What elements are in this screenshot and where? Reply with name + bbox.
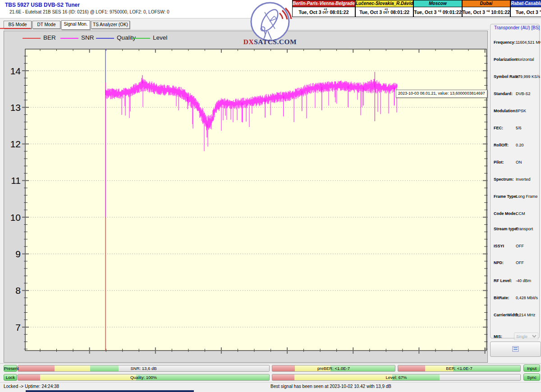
field-label: Polarization:: [494, 57, 518, 62]
clock-4: DubaiTue, Oct 3+410:01:22: [462, 0, 510, 19]
transponder-groupbox: Transponder (AU) [BS] Frequency:11604,52…: [490, 24, 540, 338]
best-signal-text: Best signal has been seen at 2023-10-02 …: [270, 384, 391, 389]
field-value: 0,214 MHz: [516, 313, 536, 317]
field-label: Frame Type:: [494, 194, 518, 199]
field-label: NPD:: [494, 260, 504, 265]
chart-tooltip: 2023-10-03 08.01.21, value: 13,600000381…: [396, 90, 487, 98]
transponder-title: Transponder (AU) [BS]: [493, 25, 541, 30]
ber-meter: BER: <1.0E-7: [398, 365, 521, 372]
world-clocks: Berlin-Paris-Vienna-BelgradeTue, Oct 3+1…: [292, 0, 541, 19]
level-meter-label: Level: 67%: [272, 374, 520, 381]
field-label: Pilot:: [494, 160, 504, 164]
clock-time: Tue, Oct 3+1DST08:01:22: [355, 7, 413, 17]
field-value: -40 dBm: [516, 278, 531, 283]
clock-city-label: Lučenec-Slovakia_R.Dávid: [355, 0, 413, 7]
preber-meter-label: preBER: <1.0E-7: [272, 365, 395, 372]
chart-panel: BERSNRQualityLevel 7891011121314 2023-10…: [4, 31, 488, 363]
field-value: CCM: [516, 211, 525, 216]
present-button[interactable]: Present: [4, 365, 17, 372]
clock-city-label: Rabat-Casablanca-London: [510, 0, 541, 7]
window-title: TBS 5927 USB DVB-S2 Tuner: [5, 2, 80, 8]
tab-dt-mode[interactable]: DT Mode: [32, 21, 60, 29]
svg-text:14: 14: [10, 66, 21, 76]
dxsatcs-logo: DXSATCS.COM: [243, 1, 297, 47]
field-label: RollOff:: [494, 143, 509, 147]
field-label: Standard:: [494, 91, 513, 96]
app-window: TBS 5927 USB DVB-S2 Tuner 21.6E - Eutels…: [0, 0, 541, 392]
field-label: Code Mode:: [494, 211, 517, 216]
field-value: ON: [516, 160, 522, 164]
field-value: 0,428 Mbit/s: [516, 296, 538, 300]
lock-status-text: Locked -> Uptime: 24:24:38: [4, 384, 59, 389]
field-value: 8PSK: [516, 109, 526, 113]
svg-text:10: 10: [10, 212, 21, 223]
field-value: OFF: [516, 260, 524, 265]
window-subtitle: 21.6E - Eutelsat 21B SES 16 (ID: 0216) @…: [9, 9, 170, 14]
field-label: ISSYI: [494, 244, 504, 248]
clock-time: Tue, Oct 3+410:01:22: [462, 7, 510, 17]
field-value: Transport: [516, 227, 533, 231]
clock-1: Berlin-Paris-Vienna-BelgradeTue, Oct 3+1…: [292, 0, 355, 19]
ts-list-icon: [512, 346, 519, 352]
field-label: Spectrum:: [494, 177, 514, 182]
field-value: 179,999 KS/s: [516, 74, 540, 79]
svg-text:9: 9: [15, 249, 21, 259]
tab-ts-analyzer-ok[interactable]: TS Analyzer (OK): [91, 21, 130, 29]
svg-text:7: 7: [15, 322, 21, 333]
field-value: 0.20: [516, 143, 524, 147]
field-label: BitRate:: [494, 296, 509, 300]
field-label: Modulation:: [494, 109, 517, 113]
quality-meter-label: Quality: 100%: [18, 374, 269, 381]
lock-button[interactable]: Lock: [4, 374, 17, 381]
field-value: 11604,521 MHz: [516, 40, 541, 45]
clock-city-label: Berlin-Paris-Vienna-Belgrade: [292, 0, 355, 7]
field-value: Long Frame: [516, 194, 538, 199]
clock-time: Tue, Oct 3+309:01:22: [413, 7, 462, 17]
field-label: Stream type:: [494, 227, 518, 231]
status-bar: Locked -> Uptime: 24:24:38 Best signal h…: [0, 382, 541, 391]
clock-city-label: Dubai: [462, 0, 510, 7]
ber-meter-label: BER: <1.0E-7: [398, 365, 520, 372]
snr-meter: SNR: 13,6 dB: [18, 365, 270, 372]
clock-city-label: Moscow: [413, 0, 462, 7]
field-value: Horizontal: [516, 57, 534, 62]
logo-circle-icon: [251, 3, 289, 41]
clock-time: Tue, Oct 3+107:01:22: [510, 7, 541, 17]
svg-text:8: 8: [15, 285, 21, 296]
quality-meter: Quality: 100%: [18, 374, 270, 381]
field-value: DVB-S2: [516, 91, 531, 96]
svg-text:13: 13: [10, 102, 21, 113]
level-meter: Level: 67%: [272, 374, 521, 381]
field-label: RF Level:: [494, 278, 512, 283]
field-value: Inverted: [516, 177, 531, 182]
clock-5: Rabat-Casablanca-LondonTue, Oct 3+107:01…: [510, 0, 541, 19]
field-label: Frequency:: [494, 40, 516, 45]
logo-text: DXSATCS.COM: [243, 38, 297, 46]
clock-2: Lučenec-Slovakia_R.DávidTue, Oct 3+1DST0…: [355, 0, 413, 19]
svg-text:11: 11: [11, 175, 21, 186]
mis-select[interactable]: Single: [514, 333, 538, 340]
svg-text:12: 12: [10, 139, 21, 149]
tab-signal-mon[interactable]: Signal Mon.: [61, 20, 90, 30]
signal-chart[interactable]: 7891011121314: [4, 31, 487, 362]
clock-time: Tue, Oct 3+1DST08:01:22: [292, 7, 355, 17]
taskbar-strip: [26, 390, 194, 392]
divider: [0, 363, 541, 364]
field-value: 5/6: [516, 126, 522, 130]
field-value: OFF: [516, 244, 524, 248]
snr-meter-label: SNR: 13,6 dB: [18, 365, 269, 372]
record-indicator: [0, 28, 31, 29]
mis-label: MIS:: [494, 334, 502, 339]
input-ts-button[interactable]: Input TS: [523, 365, 540, 372]
field-label: FEC:: [494, 126, 503, 130]
sync-ts-button[interactable]: Sync TS: [523, 374, 540, 381]
transponder-panel: Transponder (AU) [BS] Frequency:11604,52…: [489, 20, 541, 363]
preber-meter: preBER: <1.0E-7: [272, 365, 395, 372]
clock-3: MoscowTue, Oct 3+309:01:22: [413, 0, 462, 19]
ts-list-button[interactable]: [490, 342, 541, 357]
